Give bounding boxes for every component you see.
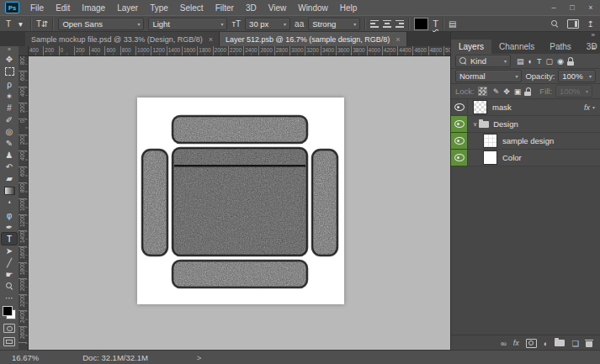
blur-tool[interactable]: ❛ — [2, 198, 17, 209]
menu-item[interactable]: Select — [174, 3, 210, 13]
chevron-down-icon[interactable]: ▾ — [592, 104, 595, 110]
anti-alias-select[interactable]: Strong ▾ — [308, 18, 360, 30]
filter-kind-select[interactable]: Kind ▾ — [455, 55, 511, 67]
foreground-color-swatch[interactable] — [3, 306, 13, 316]
layer-row-group-design[interactable]: ∨ Design — [451, 116, 600, 133]
text-color-swatch[interactable] — [414, 18, 428, 30]
zoom-tool[interactable] — [6, 282, 13, 290]
status-options-chevron[interactable]: > — [197, 353, 202, 362]
layer-row-mask[interactable]: mask fx ▾ — [451, 99, 600, 116]
document-tab-active[interactable]: Layer 512.psb @ 16.7% (sample design, RG… — [220, 32, 407, 46]
lock-transparency-icon[interactable] — [478, 87, 487, 96]
tab-3d[interactable]: 3D — [579, 40, 600, 54]
font-style-select[interactable]: Light ▾ — [148, 18, 227, 30]
close-tab-icon[interactable]: × — [209, 35, 213, 44]
clone-stamp-tool[interactable]: ♟ — [2, 149, 17, 161]
visibility-cell[interactable] — [451, 133, 468, 149]
healing-brush-tool[interactable]: ◎ — [2, 125, 17, 137]
horizontal-ruler[interactable]: 4002000200400600800100012001400160018002… — [28, 46, 450, 56]
document-canvas[interactable] — [28, 55, 450, 351]
quick-mask-button[interactable] — [3, 324, 15, 333]
move-tool[interactable]: ✥ — [2, 53, 17, 65]
delete-layer-icon[interactable] — [586, 340, 592, 347]
fill-select[interactable]: 100% ▾ — [555, 85, 592, 98]
filter-smart-object-icon[interactable]: ◉ — [557, 57, 564, 66]
menu-item[interactable]: 3D — [240, 3, 263, 13]
artboard[interactable] — [137, 98, 344, 304]
font-size-select[interactable]: 30 px ▾ — [245, 18, 290, 30]
magic-wand-tool[interactable]: ✶ — [2, 90, 17, 102]
font-family-select[interactable]: Open Sans ▾ — [58, 18, 144, 30]
zoom-level[interactable]: 16.67% — [12, 353, 39, 362]
layer-thumbnail[interactable] — [483, 150, 497, 165]
filter-image-icon[interactable]: ▤ — [517, 57, 524, 66]
add-layer-mask-icon[interactable] — [526, 339, 537, 348]
menu-item[interactable]: Image — [76, 3, 111, 13]
adjustment-layer-icon[interactable]: ◐ — [544, 339, 549, 348]
collapse-panels-icon[interactable]: » — [451, 32, 600, 40]
group-expand-icon[interactable]: ∨ — [473, 121, 477, 128]
type-tool[interactable]: T — [2, 233, 17, 245]
maximize-button[interactable]: □ — [563, 3, 581, 12]
document-tab-inactive[interactable]: Sample mockup file.psd @ 33.3% (Design, … — [25, 32, 220, 46]
eyedropper-tool[interactable]: ✐ — [2, 113, 17, 125]
marquee-tool[interactable] — [5, 67, 14, 76]
path-selection-tool[interactable]: ➤ — [2, 245, 17, 256]
new-group-icon[interactable] — [555, 340, 565, 346]
eraser-tool[interactable]: ▰ — [2, 172, 17, 184]
layer-thumbnail-transparent[interactable] — [473, 100, 487, 114]
collapse-toolbar-icon[interactable]: » — [8, 46, 11, 53]
layer-row-color[interactable]: Color — [451, 150, 600, 166]
visibility-cell[interactable] — [451, 150, 468, 166]
screen-mode-button[interactable] — [3, 337, 15, 346]
layer-row-sample-design[interactable]: sample design — [451, 133, 600, 150]
brush-tool[interactable]: ✎ — [2, 137, 17, 149]
menu-item[interactable]: Filter — [210, 3, 240, 13]
blend-mode-select[interactable]: Normal ▾ — [455, 70, 522, 82]
lock-position-icon[interactable]: ✥ — [503, 87, 510, 96]
panel-menu-icon[interactable]: ≡ — [592, 43, 596, 51]
minimize-button[interactable]: – — [544, 3, 563, 12]
align-right-icon[interactable] — [396, 20, 404, 28]
layer-effects-badge[interactable]: fx — [584, 103, 590, 112]
search-icon[interactable] — [551, 20, 559, 28]
ruler-origin-corner[interactable] — [19, 46, 29, 56]
tool-preset-caret[interactable]: ▾ — [15, 18, 26, 29]
close-button[interactable]: × — [581, 3, 600, 12]
warp-text-icon[interactable]: T — [433, 18, 438, 29]
filter-shape-icon[interactable]: ▢ — [545, 57, 553, 66]
align-center-icon[interactable] — [383, 20, 391, 28]
menu-item[interactable]: Window — [292, 3, 334, 13]
new-layer-icon[interactable]: ❏ — [571, 339, 579, 348]
opacity-select[interactable]: 100% ▾ — [558, 70, 596, 82]
vertical-ruler[interactable]: 8006004002000200400600800100012001400160… — [19, 55, 29, 351]
filter-lock-icon[interactable] — [567, 57, 574, 66]
tab-channels[interactable]: Channels — [491, 40, 542, 54]
menu-item[interactable]: Help — [334, 3, 364, 13]
menu-item[interactable]: Layer — [111, 3, 144, 13]
toggle-panels-icon[interactable]: ▤ — [449, 19, 456, 29]
lock-artboard-icon[interactable]: ▣ — [514, 87, 522, 96]
edit-toolbar-button[interactable]: ⋯ — [2, 292, 17, 303]
menu-item[interactable]: Edit — [50, 3, 76, 13]
lock-image-icon[interactable]: ✎ — [493, 87, 500, 96]
menu-item[interactable]: View — [263, 3, 293, 13]
link-layers-icon[interactable]: ∞ — [501, 339, 507, 348]
lasso-tool[interactable]: ρ — [2, 78, 17, 90]
pen-tool[interactable]: ✒ — [2, 221, 17, 233]
menu-item[interactable]: Type — [144, 3, 174, 13]
layer-thumbnail[interactable] — [483, 134, 497, 148]
filter-type-icon[interactable]: T — [537, 57, 542, 66]
hand-tool[interactable]: ☛ — [2, 268, 17, 280]
lock-all-icon[interactable] — [524, 87, 531, 96]
crop-tool[interactable]: # — [2, 102, 17, 113]
type-tool-preset-icon[interactable]: T — [6, 19, 11, 29]
workspace-switcher-icon[interactable] — [567, 19, 579, 29]
dodge-tool[interactable]: φ — [2, 209, 17, 221]
text-orientation-icon[interactable]: T⇵ — [36, 19, 49, 29]
menu-item[interactable]: File — [24, 3, 50, 13]
tab-paths[interactable]: Paths — [542, 40, 579, 54]
tab-layers[interactable]: Layers — [451, 40, 491, 54]
visibility-cell[interactable] — [451, 116, 468, 132]
align-left-icon[interactable] — [370, 20, 379, 28]
